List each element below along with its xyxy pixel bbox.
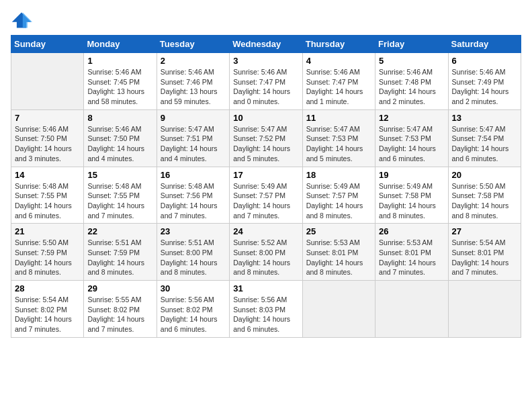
day-info: Sunrise: 5:53 AMSunset: 8:01 PMDaylight:… [379, 238, 444, 277]
day-number: 1 [87, 56, 152, 66]
calendar-day-cell: 11Sunrise: 5:47 AMSunset: 7:53 PMDayligh… [302, 109, 375, 167]
day-info: Sunrise: 5:50 AMSunset: 7:58 PMDaylight:… [452, 181, 517, 221]
day-info: Sunrise: 5:47 AMSunset: 7:53 PMDaylight:… [379, 124, 444, 164]
day-number: 15 [87, 170, 152, 180]
day-number: 8 [87, 113, 152, 123]
day-info: Sunrise: 5:46 AMSunset: 7:47 PMDaylight:… [233, 67, 298, 107]
day-number: 26 [379, 226, 444, 236]
day-number: 29 [87, 283, 152, 293]
logo-icon [11, 11, 32, 30]
day-info: Sunrise: 5:49 AMSunset: 7:57 PMDaylight:… [306, 181, 371, 221]
calendar-day-cell: 18Sunrise: 5:49 AMSunset: 7:57 PMDayligh… [302, 167, 375, 224]
day-number: 18 [306, 170, 371, 180]
day-number: 12 [379, 113, 444, 123]
calendar-day-cell: 1Sunrise: 5:46 AMSunset: 7:45 PMDaylight… [84, 53, 157, 110]
day-info: Sunrise: 5:47 AMSunset: 7:54 PMDaylight:… [452, 124, 517, 164]
calendar-day-cell: 9Sunrise: 5:47 AMSunset: 7:51 PMDaylight… [157, 109, 229, 167]
calendar-day-cell: 5Sunrise: 5:46 AMSunset: 7:48 PMDaylight… [375, 53, 448, 110]
day-info: Sunrise: 5:46 AMSunset: 7:45 PMDaylight:… [87, 67, 152, 107]
day-number: 24 [233, 226, 298, 236]
day-number: 27 [452, 226, 517, 236]
day-info: Sunrise: 5:48 AMSunset: 7:55 PMDaylight:… [87, 181, 152, 221]
calendar-day-cell [448, 281, 521, 338]
day-number: 20 [452, 170, 517, 180]
day-number: 7 [15, 113, 80, 123]
calendar-day-cell: 22Sunrise: 5:51 AMSunset: 7:59 PMDayligh… [84, 224, 157, 281]
weekday-header-cell: Monday [84, 36, 157, 53]
day-info: Sunrise: 5:51 AMSunset: 7:59 PMDaylight:… [87, 238, 152, 277]
day-info: Sunrise: 5:53 AMSunset: 8:01 PMDaylight:… [306, 238, 371, 277]
weekday-header-cell: Thursday [302, 36, 375, 53]
day-info: Sunrise: 5:47 AMSunset: 7:53 PMDaylight:… [306, 124, 371, 164]
calendar-day-cell: 8Sunrise: 5:46 AMSunset: 7:50 PMDaylight… [84, 109, 157, 167]
calendar-day-cell: 10Sunrise: 5:47 AMSunset: 7:52 PMDayligh… [230, 109, 302, 167]
calendar-day-cell [11, 53, 84, 110]
weekday-header-cell: Friday [375, 36, 448, 53]
day-number: 4 [306, 56, 371, 66]
day-number: 30 [161, 283, 226, 293]
calendar-day-cell: 15Sunrise: 5:48 AMSunset: 7:55 PMDayligh… [84, 167, 157, 224]
day-number: 11 [306, 113, 371, 123]
calendar-day-cell: 20Sunrise: 5:50 AMSunset: 7:58 PMDayligh… [448, 167, 521, 224]
header [11, 11, 521, 30]
day-number: 13 [452, 113, 517, 123]
calendar-day-cell: 19Sunrise: 5:49 AMSunset: 7:58 PMDayligh… [375, 167, 448, 224]
day-info: Sunrise: 5:46 AMSunset: 7:48 PMDaylight:… [379, 67, 444, 107]
day-info: Sunrise: 5:46 AMSunset: 7:47 PMDaylight:… [306, 67, 371, 107]
day-number: 16 [161, 170, 226, 180]
calendar-body: 1Sunrise: 5:46 AMSunset: 7:45 PMDaylight… [11, 53, 521, 338]
calendar-table: SundayMondayTuesdayWednesdayThursdayFrid… [11, 35, 521, 338]
day-info: Sunrise: 5:48 AMSunset: 7:56 PMDaylight:… [161, 181, 226, 221]
day-number: 14 [15, 170, 80, 180]
day-number: 21 [15, 226, 80, 236]
calendar-week-row: 28Sunrise: 5:54 AMSunset: 8:02 PMDayligh… [11, 281, 521, 338]
day-info: Sunrise: 5:55 AMSunset: 8:02 PMDaylight:… [87, 295, 152, 334]
day-info: Sunrise: 5:49 AMSunset: 7:58 PMDaylight:… [379, 181, 444, 221]
day-number: 23 [161, 226, 226, 236]
calendar-day-cell: 3Sunrise: 5:46 AMSunset: 7:47 PMDaylight… [230, 53, 302, 110]
calendar-day-cell: 17Sunrise: 5:49 AMSunset: 7:57 PMDayligh… [230, 167, 302, 224]
weekday-header-cell: Saturday [448, 36, 521, 53]
calendar-day-cell: 16Sunrise: 5:48 AMSunset: 7:56 PMDayligh… [157, 167, 229, 224]
day-info: Sunrise: 5:48 AMSunset: 7:55 PMDaylight:… [15, 181, 80, 221]
calendar-day-cell: 2Sunrise: 5:46 AMSunset: 7:46 PMDaylight… [157, 53, 229, 110]
day-info: Sunrise: 5:46 AMSunset: 7:50 PMDaylight:… [87, 124, 152, 164]
calendar-day-cell [302, 281, 375, 338]
weekday-header-cell: Wednesday [230, 36, 302, 53]
day-info: Sunrise: 5:51 AMSunset: 8:00 PMDaylight:… [161, 238, 226, 277]
day-number: 2 [161, 56, 226, 66]
calendar-day-cell: 7Sunrise: 5:46 AMSunset: 7:50 PMDaylight… [11, 109, 84, 167]
calendar-day-cell: 31Sunrise: 5:56 AMSunset: 8:03 PMDayligh… [230, 281, 302, 338]
calendar-day-cell: 24Sunrise: 5:52 AMSunset: 8:00 PMDayligh… [230, 224, 302, 281]
day-info: Sunrise: 5:54 AMSunset: 8:02 PMDaylight:… [15, 295, 80, 334]
day-number: 17 [233, 170, 298, 180]
day-number: 3 [233, 56, 298, 66]
calendar-day-cell: 26Sunrise: 5:53 AMSunset: 8:01 PMDayligh… [375, 224, 448, 281]
calendar-day-cell: 21Sunrise: 5:50 AMSunset: 7:59 PMDayligh… [11, 224, 84, 281]
day-number: 9 [161, 113, 226, 123]
calendar-week-row: 21Sunrise: 5:50 AMSunset: 7:59 PMDayligh… [11, 224, 521, 281]
calendar-day-cell: 12Sunrise: 5:47 AMSunset: 7:53 PMDayligh… [375, 109, 448, 167]
day-info: Sunrise: 5:52 AMSunset: 8:00 PMDaylight:… [233, 238, 298, 277]
day-info: Sunrise: 5:47 AMSunset: 7:52 PMDaylight:… [233, 124, 298, 164]
day-number: 31 [233, 283, 298, 293]
calendar-week-row: 1Sunrise: 5:46 AMSunset: 7:45 PMDaylight… [11, 53, 521, 110]
calendar-day-cell: 28Sunrise: 5:54 AMSunset: 8:02 PMDayligh… [11, 281, 84, 338]
day-info: Sunrise: 5:56 AMSunset: 8:03 PMDaylight:… [233, 295, 298, 334]
day-info: Sunrise: 5:50 AMSunset: 7:59 PMDaylight:… [15, 238, 80, 277]
weekday-header-cell: Tuesday [157, 36, 229, 53]
day-number: 22 [87, 226, 152, 236]
day-info: Sunrise: 5:49 AMSunset: 7:57 PMDaylight:… [233, 181, 298, 221]
day-info: Sunrise: 5:47 AMSunset: 7:51 PMDaylight:… [161, 124, 226, 164]
day-info: Sunrise: 5:56 AMSunset: 8:02 PMDaylight:… [161, 295, 226, 334]
weekday-header-cell: Sunday [11, 36, 84, 53]
calendar-day-cell: 4Sunrise: 5:46 AMSunset: 7:47 PMDaylight… [302, 53, 375, 110]
calendar-day-cell: 27Sunrise: 5:54 AMSunset: 8:01 PMDayligh… [448, 224, 521, 281]
day-number: 6 [452, 56, 517, 66]
day-info: Sunrise: 5:46 AMSunset: 7:50 PMDaylight:… [15, 124, 80, 164]
day-info: Sunrise: 5:46 AMSunset: 7:46 PMDaylight:… [161, 67, 226, 107]
svg-marker-1 [23, 12, 32, 28]
calendar-day-cell: 13Sunrise: 5:47 AMSunset: 7:54 PMDayligh… [448, 109, 521, 167]
calendar-day-cell: 29Sunrise: 5:55 AMSunset: 8:02 PMDayligh… [84, 281, 157, 338]
day-info: Sunrise: 5:54 AMSunset: 8:01 PMDaylight:… [452, 238, 517, 277]
